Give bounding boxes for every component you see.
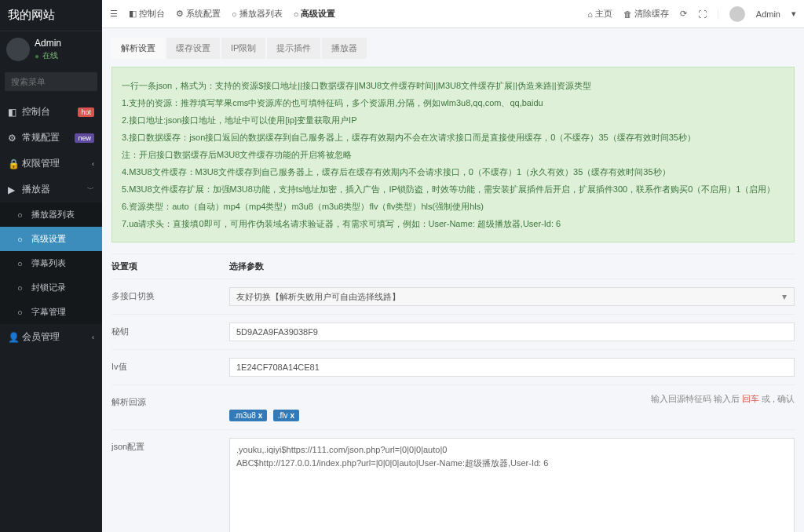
avatar xyxy=(729,6,745,22)
nav-block[interactable]: ○封锁记录 xyxy=(0,275,102,300)
info-line: 3.接口数据缓存：json接口返回的数据缓存到自己服务器上，缓存有效期内不会在次… xyxy=(122,129,784,146)
close-icon[interactable]: x xyxy=(258,411,263,420)
row-json: json配置 .youku,.iqiyi$https://111.com/jso… xyxy=(111,429,795,532)
chevron-left-icon: ‹ xyxy=(92,160,94,168)
user-icon: 👤 xyxy=(8,332,17,343)
info-line: 2.接口地址:json接口地址，地址中可以使用[ip]变量获取用户IP xyxy=(122,111,784,129)
key-label: 秘钥 xyxy=(111,322,229,337)
info-line: 4.M3U8文件缓存：M3U8文件缓存到自己服务器上，缓存后在缓存有效期内不会请… xyxy=(122,163,784,180)
tag-m3u8[interactable]: .m3u8x xyxy=(229,410,267,421)
source-hint: 输入回源特征码 输入后 回车 或 , 确认 xyxy=(229,393,795,405)
nav-player[interactable]: ▶播放器﹀ xyxy=(0,177,102,202)
nav-config[interactable]: ⚙常规配置new xyxy=(0,125,102,151)
close-icon[interactable]: x xyxy=(290,411,294,420)
info-line: 一行一条json，格式为：支持的资源$接口地址||接口数据缓存||M3U8文件缓… xyxy=(122,77,784,94)
avatar xyxy=(6,38,30,61)
nav-advanced[interactable]: ○高级设置 xyxy=(0,227,102,251)
circle-icon: ○ xyxy=(17,235,27,244)
home-icon: ⌂ xyxy=(587,9,593,19)
sidebar: 我的网站 Admin 在线 🔍 ◧控制台hot ⚙常规配置new 🔒权限管理‹ … xyxy=(0,0,102,532)
info-line: 注：开启接口数据缓存后M3U8文件缓存功能的开启将被忽略 xyxy=(122,146,784,163)
info-line: 5.M3U8文件缓存扩展：加强M3U8功能，支持ts地址加密，插入广告，IP锁防… xyxy=(122,180,784,198)
lock-icon: 🔒 xyxy=(8,159,17,169)
topbar-clearcache[interactable]: 🗑清除缓存 xyxy=(623,8,669,20)
topbar-playerlist[interactable]: ○播放器列表 xyxy=(232,8,283,20)
fullscreen-icon[interactable]: ⛶ xyxy=(698,9,707,19)
nav-auth[interactable]: 🔒权限管理‹ xyxy=(0,151,102,177)
circle-icon: ○ xyxy=(17,210,27,220)
tab-parse[interactable]: 解析设置 xyxy=(111,38,165,59)
topbar-dashboard[interactable]: ◧控制台 xyxy=(129,8,165,20)
circle-icon: ○ xyxy=(17,259,27,268)
user-name: Admin xyxy=(35,38,61,49)
nav-member[interactable]: 👤会员管理‹ xyxy=(0,324,102,350)
tag-flv[interactable]: .flvx xyxy=(273,410,299,421)
tab-player[interactable]: 播放器 xyxy=(322,38,367,59)
dashboard-icon: ◧ xyxy=(8,107,17,118)
row-iv: Iv值 xyxy=(111,349,795,384)
refresh-icon[interactable]: ⟳ xyxy=(680,9,687,19)
circle-icon: ○ xyxy=(232,9,237,19)
json-label: json配置 xyxy=(111,438,229,453)
dashboard-icon: ◧ xyxy=(129,9,137,19)
topbar: ☰ ◧控制台 ⚙系统配置 ○播放器列表 ○高级设置 ⌂主页 🗑清除缓存 ⟳ ⛶ … xyxy=(102,0,804,28)
circle-icon: ○ xyxy=(17,283,27,293)
user-panel: Admin 在线 xyxy=(0,31,102,67)
multi-select[interactable]: 友好切换【解析失败用户可自由选择线路】 xyxy=(229,287,795,306)
tab-plugin[interactable]: 提示插件 xyxy=(267,38,320,59)
row-multi: 多接口切换 友好切换【解析失败用户可自由选择线路】 xyxy=(111,279,795,314)
trash-icon: 🗑 xyxy=(623,9,632,19)
circle-icon: ○ xyxy=(294,9,299,19)
content: 解析设置 缓存设置 IP限制 提示插件 播放器 一行一条json，格式为：支持的… xyxy=(102,28,804,532)
gear-icon: ⚙ xyxy=(176,9,184,19)
iv-input[interactable] xyxy=(229,358,795,377)
nav: ◧控制台hot ⚙常规配置new 🔒权限管理‹ ▶播放器﹀ ○播放器列表 ○高级… xyxy=(0,99,102,350)
new-badge: new xyxy=(75,133,94,143)
info-line: 7.ua请求头：直接填0即可，可用作伪装域名请求验证器，有需求可填写，例如：Us… xyxy=(122,215,784,232)
chevron-left-icon: ‹ xyxy=(92,333,94,341)
nav-danmu[interactable]: ○弹幕列表 xyxy=(0,251,102,275)
topbar-user[interactable]: Admin xyxy=(756,9,780,19)
nav-dashboard[interactable]: ◧控制台hot xyxy=(0,99,102,125)
topbar-home[interactable]: ⌂主页 xyxy=(587,8,612,20)
info-line: 1.支持的资源：推荐填写苹果cms中资源库的也可填特征码，多个资源用,分隔，例如… xyxy=(122,94,784,111)
divider xyxy=(718,9,718,20)
iv-label: Iv值 xyxy=(111,358,229,373)
tab-iplimit[interactable]: IP限制 xyxy=(221,38,265,59)
play-icon: ▶ xyxy=(8,184,17,195)
user-status: 在线 xyxy=(35,50,61,61)
json-textarea[interactable]: .youku,.iqiyi$https://111.com/json.php?u… xyxy=(229,438,795,532)
row-source: 解析回源 输入回源特征码 输入后 回车 或 , 确认 .m3u8x .flvx xyxy=(111,384,795,429)
topbar-sysconfig[interactable]: ⚙系统配置 xyxy=(176,8,221,20)
multi-label: 多接口切换 xyxy=(111,287,229,302)
topbar-advanced[interactable]: ○高级设置 xyxy=(294,8,336,20)
chevron-down-icon[interactable]: ▾ xyxy=(791,9,796,19)
source-label: 解析回源 xyxy=(111,393,229,408)
key-input[interactable] xyxy=(229,322,795,341)
form-header: 设置项 选择参数 xyxy=(111,253,795,279)
info-line: 6.资源类型：auto（自动）mp4（mp4类型）m3u8（m3u8类型）flv… xyxy=(122,198,784,215)
nav-subtitle[interactable]: ○字幕管理 xyxy=(0,300,102,324)
tab-cache[interactable]: 缓存设置 xyxy=(166,38,220,59)
circle-icon: ○ xyxy=(17,308,27,317)
main: ☰ ◧控制台 ⚙系统配置 ○播放器列表 ○高级设置 ⌂主页 🗑清除缓存 ⟳ ⛶ … xyxy=(102,0,804,532)
header-col2: 选择参数 xyxy=(229,261,264,272)
tabs: 解析设置 缓存设置 IP限制 提示插件 播放器 xyxy=(111,38,795,59)
chevron-down-icon: ﹀ xyxy=(87,184,94,195)
row-key: 秘钥 xyxy=(111,314,795,349)
brand: 我的网站 xyxy=(0,0,102,31)
hot-badge: hot xyxy=(78,107,94,117)
info-box: 一行一条json，格式为：支持的资源$接口地址||接口数据缓存||M3U8文件缓… xyxy=(111,67,795,242)
gear-icon: ⚙ xyxy=(8,133,17,144)
nav-player-list[interactable]: ○播放器列表 xyxy=(0,202,102,227)
header-col1: 设置项 xyxy=(111,261,229,272)
menu-toggle[interactable]: ☰ xyxy=(110,9,118,19)
search-box: 🔍 xyxy=(5,72,97,91)
